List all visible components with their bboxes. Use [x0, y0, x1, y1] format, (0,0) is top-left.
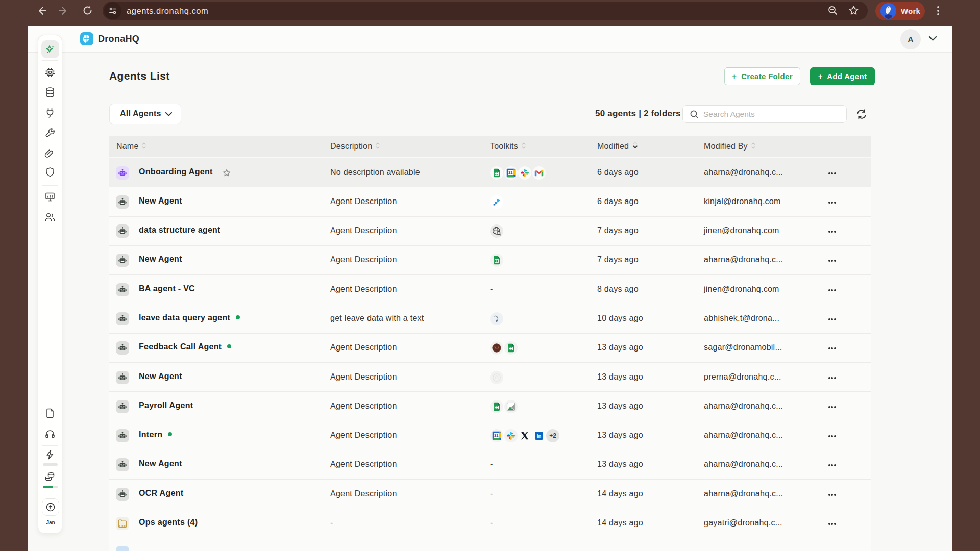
svg-text:31: 31: [494, 433, 499, 438]
svg-text:in: in: [536, 433, 541, 439]
svg-text:31: 31: [508, 170, 512, 174]
